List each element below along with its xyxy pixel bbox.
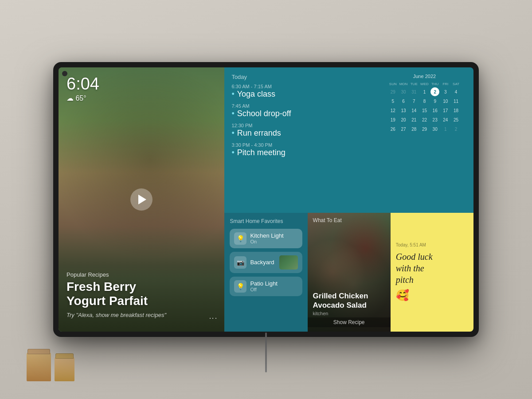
schedule-panel: Today 6:30 AM - 7:15 AM Yoga class 7:45 … [224,67,473,213]
cal-9[interactable]: 9 [430,97,439,106]
event-errands[interactable]: 12:30 PM Run errands [231,123,382,138]
cal-23[interactable]: 23 [430,115,439,124]
patio-light-button[interactable]: 💡 Patio Light Off [230,277,302,296]
cal-5[interactable]: 5 [388,97,397,106]
recipe-info: Popular Recipes Fresh BerryYogurt Parfai… [66,271,166,318]
kitchen-light-status: On [250,239,297,244]
cal-18[interactable]: 18 [452,106,461,115]
event-errands-title: Run errands [231,129,382,138]
event-school-title: School drop-off [231,109,382,118]
backyard-button[interactable]: 📷 Backyard [230,252,302,273]
food-name: Grilled ChickenAvocado Salad [313,292,385,310]
cal-19[interactable]: 19 [388,115,397,124]
smart-home-title: Smart Home Favorites [230,218,302,224]
echo-show-device: 6:04 ☁ 65° Popular Recipes Fresh BerryYo… [53,62,479,337]
cal-sun: SUN [388,81,398,87]
recipe-category: Popular Recipes [66,271,166,278]
kitchen-light-info: Kitchen Light On [250,232,297,244]
cal-10[interactable]: 10 [441,97,450,106]
wood-jar-2 [55,357,74,381]
cal-sat: SAT [451,81,461,87]
cal-thu: THU [430,81,440,87]
cal-29-may: 29 [388,87,397,96]
event-pitch-title: Pitch meeting [231,148,382,157]
cal-4[interactable]: 4 [452,87,461,96]
food-title: Grilled ChickenAvocado Salad kitchen [313,292,385,316]
clock: 6:04 [66,75,99,92]
calendar-widget: June 2022 SUN MON TUE WED THU FRI SAT 29… [388,74,461,207]
food-panel[interactable]: What To Eat Grilled ChickenAvocado Salad… [308,213,391,332]
event-school-time: 7:45 AM [231,103,382,109]
cal-17[interactable]: 17 [441,106,450,115]
recipe-title: Fresh BerryYogurt Parfait [66,280,166,308]
more-options-dots[interactable]: ⋮ [208,314,218,323]
sticky-timestamp: Today, 5:51 AM [396,243,468,247]
kitchen-light-icon: 💡 [234,232,246,245]
cal-27[interactable]: 27 [399,125,408,133]
cal-1[interactable]: 1 [420,87,429,96]
cal-fri: FRI [441,81,451,87]
sticky-note-panel: Today, 5:51 AM Good luckwith thepitch 🥰 [391,213,473,332]
backyard-name: Backyard [250,259,275,266]
calendar-title: June 2022 [388,74,461,79]
patio-light-name: Patio Light [250,280,297,287]
cal-wed: WED [419,81,430,87]
cal-28[interactable]: 28 [410,125,419,133]
recipe-panel[interactable]: 6:04 ☁ 65° Popular Recipes Fresh BerryYo… [59,67,224,332]
event-yoga-title: Yoga class [231,90,382,99]
backyard-info: Backyard [250,259,275,266]
smart-home-panel: Smart Home Favorites 💡 Kitchen Light On … [224,213,307,332]
cal-tue: TUE [409,81,419,87]
calendar-grid: SUN MON TUE WED THU FRI SAT 29 30 31 1 2 [388,81,461,133]
cal-16[interactable]: 16 [430,106,439,115]
cal-25[interactable]: 25 [452,115,461,124]
cal-2-jul: 2 [452,125,461,133]
cal-15[interactable]: 15 [420,106,429,115]
sticky-text: Good luckwith thepitch [396,251,468,286]
power-cable [265,332,267,372]
cal-1-jul: 1 [441,125,450,133]
event-school[interactable]: 7:45 AM School drop-off [231,103,382,118]
show-recipe-button[interactable]: Show Recipe [308,317,391,327]
event-errands-time: 12:30 PM [231,123,382,128]
schedule-content: Today 6:30 AM - 7:15 AM Yoga class 7:45 … [231,74,461,207]
kitchen-decor [27,352,74,381]
device-screen: 6:04 ☁ 65° Popular Recipes Fresh BerryYo… [59,67,473,332]
patio-light-status: Off [250,287,297,292]
kitchen-light-name: Kitchen Light [250,232,297,239]
patio-light-info: Patio Light Off [250,280,297,292]
cal-14[interactable]: 14 [410,106,419,115]
cal-6[interactable]: 6 [399,97,408,106]
cal-22[interactable]: 22 [420,115,429,124]
schedule-events: Today 6:30 AM - 7:15 AM Yoga class 7:45 … [231,74,382,207]
cal-12[interactable]: 12 [388,106,397,115]
cal-2-today[interactable]: 2 [430,87,439,96]
event-pitch[interactable]: 3:30 PM - 4:30 PM Pitch meeting [231,142,382,157]
camera-dot [62,71,67,76]
backyard-icon: 📷 [234,256,246,269]
sticky-emoji: 🥰 [396,289,468,301]
wood-jar-1 [27,352,51,381]
cal-3[interactable]: 3 [441,87,450,96]
cal-26[interactable]: 26 [388,125,397,133]
schedule-header: Today [231,74,382,80]
cal-29[interactable]: 29 [420,125,429,133]
event-yoga-time: 6:30 AM - 7:15 AM [231,84,382,89]
food-category: kitchen [313,311,385,316]
cal-11[interactable]: 11 [452,97,461,106]
play-button[interactable] [130,188,153,211]
cal-24[interactable]: 24 [441,115,450,124]
patio-light-icon: 💡 [234,280,246,293]
cal-30[interactable]: 30 [430,125,439,133]
cal-mon: MON [399,81,409,87]
kitchen-light-button[interactable]: 💡 Kitchen Light On [230,229,302,248]
cal-20[interactable]: 20 [399,115,408,124]
cal-13[interactable]: 13 [399,106,408,115]
weather-display: ☁ 65° [66,94,99,102]
recipe-hint: Try "Alexa, show me breakfast recipes" [66,312,166,318]
cal-21[interactable]: 21 [410,115,419,124]
cal-31-may: 31 [410,87,419,96]
event-yoga[interactable]: 6:30 AM - 7:15 AM Yoga class [231,84,382,99]
cal-7[interactable]: 7 [410,97,419,106]
cal-8[interactable]: 8 [420,97,429,106]
